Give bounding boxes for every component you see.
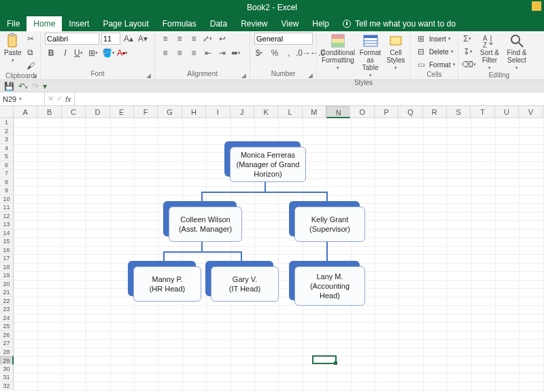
column-header-B[interactable]: B [37, 106, 61, 118]
column-header-M[interactable]: M [303, 106, 326, 118]
paste-button[interactable]: Paste ▾ [4, 33, 22, 64]
wrap-text-button[interactable]: ↩ [216, 33, 228, 45]
clipboard-launcher[interactable]: ◢ [32, 72, 39, 79]
formula-input[interactable] [75, 92, 544, 105]
row-header-14[interactable]: 14 [0, 229, 14, 238]
align-center-button[interactable]: ≡ [173, 47, 186, 59]
format-as-table-button[interactable]: Format as Table▾ [358, 33, 383, 79]
row-header-12[interactable]: 12 [0, 212, 14, 221]
font-name-select[interactable] [45, 33, 99, 45]
column-header-O[interactable]: O [350, 106, 374, 118]
enter-formula-button[interactable]: ✓ [56, 94, 63, 103]
row-header-7[interactable]: 7 [0, 169, 14, 178]
delete-cells-button[interactable]: ⊟Delete▾ [415, 46, 458, 58]
column-header-Q[interactable]: Q [398, 106, 422, 118]
worksheet-grid[interactable]: ABCDEFGHIJKLMNOPQRSTUV 12345678910111213… [0, 106, 544, 392]
comma-button[interactable]: , [283, 47, 295, 59]
row-header-27[interactable]: 27 [0, 339, 14, 348]
column-header-H[interactable]: H [182, 106, 206, 118]
align-left-button[interactable]: ≡ [159, 47, 171, 59]
row-header-26[interactable]: 26 [0, 331, 14, 340]
format-painter-button[interactable]: 🖌 [24, 60, 37, 72]
row-header-32[interactable]: 32 [0, 382, 14, 391]
org-node-colleen[interactable]: Colleen Wilson (Asst. Manager) [163, 201, 242, 242]
tab-data[interactable]: Data [203, 16, 234, 31]
undo-button[interactable]: ↶▾ [18, 82, 28, 91]
row-header-29[interactable]: 29 [0, 356, 14, 365]
row-header-1[interactable]: 1 [0, 118, 14, 127]
increase-indent-button[interactable]: ⇥ [216, 47, 228, 59]
row-header-8[interactable]: 8 [0, 178, 14, 187]
format-cells-button[interactable]: ▭Format▾ [415, 58, 458, 71]
row-header-23[interactable]: 23 [0, 305, 14, 314]
orientation-button[interactable]: ⤢▾ [202, 33, 214, 45]
increase-decimal-button[interactable]: .0→ [297, 47, 309, 59]
column-header-R[interactable]: R [423, 106, 447, 118]
tab-page-layout[interactable]: Page Layout [96, 16, 155, 31]
fill-color-button[interactable]: 🪣▾ [102, 47, 114, 59]
row-header-19[interactable]: 19 [0, 271, 14, 280]
number-launcher[interactable]: ◢ [308, 72, 315, 79]
cut-button[interactable]: ✂ [24, 33, 37, 45]
font-launcher[interactable]: ◢ [146, 72, 153, 79]
increase-font-button[interactable]: A▴ [122, 33, 135, 45]
column-header-P[interactable]: P [375, 106, 398, 118]
tab-formulas[interactable]: Formulas [156, 16, 203, 31]
row-header-31[interactable]: 31 [0, 373, 14, 382]
conditional-formatting-button[interactable]: Conditional Formatting▾ [321, 33, 355, 71]
align-bottom-button[interactable]: ≡ [188, 33, 200, 45]
tab-insert[interactable]: Insert [62, 16, 96, 31]
row-header-4[interactable]: 4 [0, 144, 14, 153]
column-header-C[interactable]: C [62, 106, 86, 118]
row-header-24[interactable]: 24 [0, 314, 14, 323]
font-color-button[interactable]: A▾ [116, 47, 129, 59]
insert-function-button[interactable]: fx [65, 95, 71, 103]
column-header-A[interactable]: A [14, 106, 37, 118]
column-header-T[interactable]: T [471, 106, 494, 118]
row-header-6[interactable]: 6 [0, 161, 14, 170]
bold-button[interactable]: B [45, 47, 57, 59]
align-right-button[interactable]: ≡ [188, 47, 200, 59]
row-header-16[interactable]: 16 [0, 246, 14, 255]
borders-button[interactable]: ⊞▾ [88, 47, 100, 59]
tell-me-search[interactable]: Tell me what you want to do [336, 16, 462, 31]
tab-file[interactable]: File [0, 16, 27, 31]
save-button[interactable]: 💾 [4, 82, 14, 91]
select-all-corner[interactable] [0, 106, 14, 118]
name-box[interactable]: N29 ▾ [0, 92, 45, 105]
row-header-5[interactable]: 5 [0, 152, 14, 161]
decrease-indent-button[interactable]: ⇤ [202, 47, 214, 59]
org-node-kelly[interactable]: Kelly Grant (Supervisor) [289, 201, 365, 242]
column-header-N[interactable]: N [326, 106, 350, 118]
decrease-font-button[interactable]: A▾ [137, 33, 149, 45]
cell-styles-button[interactable]: Cell Styles▾ [386, 33, 406, 71]
cancel-formula-button[interactable]: ✕ [48, 94, 54, 103]
row-header-3[interactable]: 3 [0, 135, 14, 144]
sort-filter-button[interactable]: AZ Sort & Filter▾ [477, 33, 502, 71]
align-top-button[interactable]: ≡ [159, 33, 171, 45]
column-header-U[interactable]: U [495, 106, 519, 118]
org-chart[interactable]: Monica Ferreras (Manager of Grand Horizo… [136, 141, 394, 345]
column-header-I[interactable]: I [206, 106, 230, 118]
percent-button[interactable]: % [269, 47, 281, 59]
tab-home[interactable]: Home [27, 16, 62, 31]
qat-customize[interactable]: ▾ [43, 82, 48, 91]
row-header-11[interactable]: 11 [0, 203, 14, 212]
row-header-28[interactable]: 28 [0, 348, 14, 357]
org-node-monica[interactable]: Monica Ferreras (Manager of Grand Horizo… [224, 141, 306, 182]
column-header-F[interactable]: F [134, 106, 158, 118]
grid-body[interactable]: 1234567891011121314151617181920212223242… [0, 118, 544, 390]
row-header-21[interactable]: 21 [0, 288, 14, 297]
row-header-15[interactable]: 15 [0, 237, 14, 246]
selected-cell[interactable] [312, 355, 336, 364]
column-header-K[interactable]: K [254, 106, 278, 118]
row-header-18[interactable]: 18 [0, 263, 14, 272]
column-header-L[interactable]: L [278, 106, 302, 118]
column-header-E[interactable]: E [110, 106, 134, 118]
row-header-17[interactable]: 17 [0, 254, 14, 263]
redo-button[interactable]: ↷ [32, 82, 39, 91]
find-select-button[interactable]: Find & Select▾ [505, 33, 529, 71]
copy-button[interactable]: ⧉ [24, 46, 37, 58]
column-header-V[interactable]: V [519, 106, 543, 118]
column-header-S[interactable]: S [447, 106, 471, 118]
